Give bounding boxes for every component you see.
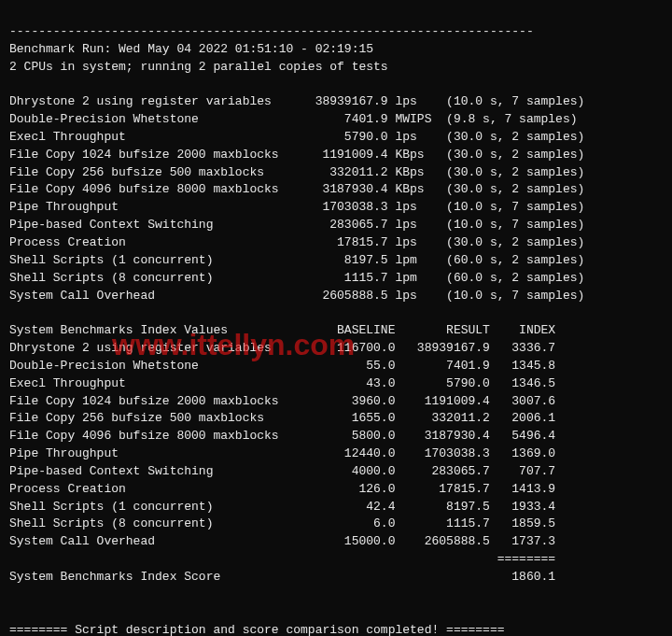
cpu-line: 2 CPUs in system; running 2 parallel cop… (9, 60, 388, 74)
index-header-line: System Benchmarks Index Values BASELINE … (9, 323, 555, 337)
index-score-line: System Benchmarks Index Score 1860.1 (9, 570, 555, 584)
dash-line-top: ----------------------------------------… (9, 24, 534, 38)
benchmark-run-line: Benchmark Run: Wed May 04 2022 01:51:10 … (9, 42, 373, 56)
index-results-block: Dhrystone 2 using register variables 116… (9, 341, 555, 548)
separator-line: ======== (9, 552, 555, 566)
raw-results-block: Dhrystone 2 using register variables 389… (9, 94, 584, 302)
completed-line: ======== Script description and score co… (9, 623, 505, 636)
terminal-output: ----------------------------------------… (0, 0, 672, 636)
